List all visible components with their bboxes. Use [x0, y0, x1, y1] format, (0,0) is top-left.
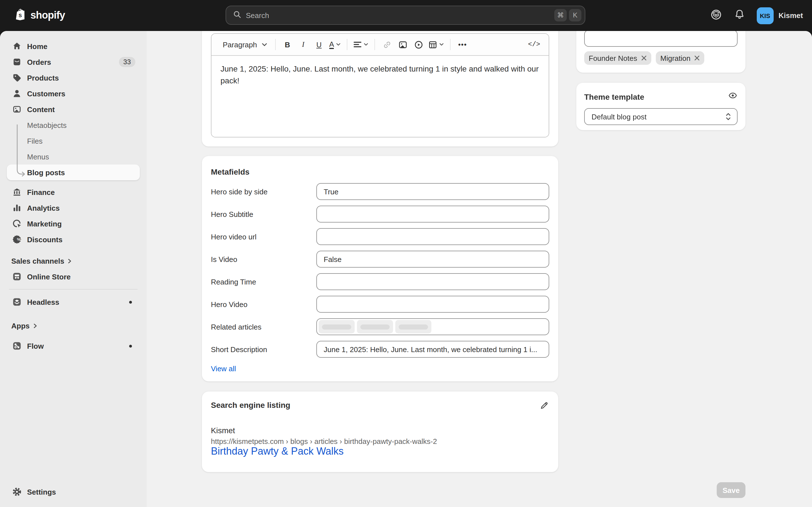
sidebar-item-analytics[interactable]: Analytics [7, 200, 140, 216]
tag-pill-migration: Migration [656, 51, 705, 65]
metafield-label: Related articles [211, 323, 316, 331]
text-color-button[interactable]: A [327, 37, 342, 52]
metafield-row-is-video: Is Video False [211, 251, 549, 268]
metafield-input[interactable] [316, 296, 549, 313]
insert-video-button[interactable] [411, 37, 426, 52]
show-html-button[interactable]: </> [526, 37, 542, 52]
chevron-down-icon [364, 43, 368, 46]
sidebar-settings-row: Settings [7, 484, 140, 500]
remove-tag-icon[interactable] [695, 55, 700, 61]
edit-pencil-icon[interactable] [540, 400, 549, 412]
search-icon [233, 10, 241, 20]
theme-template-title: Theme template [584, 92, 644, 101]
more-tools-button[interactable]: ••• [455, 37, 470, 52]
sidebar-item-orders[interactable]: Orders 33 [7, 54, 140, 70]
metafield-label: Reading Time [211, 277, 316, 286]
seo-page-title-link[interactable]: Birthday Pawty & Pack Walks [211, 446, 344, 457]
sidebar-item-flow[interactable]: Flow [7, 338, 140, 354]
chevron-right-icon [67, 258, 72, 263]
view-eye-icon[interactable] [728, 91, 738, 103]
chevron-right-icon [33, 323, 38, 328]
sales-channels-header[interactable]: Sales channels [7, 253, 140, 269]
settings-gear-icon [11, 486, 22, 497]
main-content: Paragraph B I U A [147, 31, 812, 507]
sidebar-item-marketing[interactable]: Marketing [7, 216, 140, 231]
metafield-row-hero-video: Hero Video [211, 296, 549, 313]
sidebar-item-customers[interactable]: Customers [7, 86, 140, 101]
paragraph-style-dropdown[interactable]: Paragraph [219, 37, 270, 52]
seo-breadcrumb-url: https://kismetpets.com › blogs › article… [211, 437, 549, 446]
discounts-percent-icon: % [11, 234, 22, 245]
store-name: Kismet [778, 11, 803, 20]
metafield-row-hero-side-by-side: Hero side by side True [211, 183, 549, 200]
sidebar-divider [9, 289, 138, 290]
metafield-input[interactable]: False [316, 251, 549, 268]
metafield-row-short-description: Short Description June 1, 2025: Hello, J… [211, 341, 549, 358]
insert-link-button[interactable] [380, 37, 395, 52]
shopify-logo[interactable]: S shopify [15, 0, 65, 31]
toolbar-divider [450, 39, 451, 50]
global-search-input[interactable]: Search ⌘ K [225, 6, 585, 25]
store-avatar: KIS [756, 7, 773, 24]
sidebar-item-finance[interactable]: Finance [7, 184, 140, 200]
marketing-target-icon [11, 218, 22, 229]
sidekick-icon[interactable] [710, 8, 722, 23]
metafield-input[interactable] [316, 228, 549, 245]
loading-skeleton [319, 320, 355, 334]
blog-content-card: Paragraph B I U A [202, 31, 558, 147]
products-tag-icon [11, 72, 22, 83]
analytics-bars-icon [11, 202, 22, 214]
rich-text-editor: Paragraph B I U A [211, 33, 549, 137]
theme-template-select[interactable]: Default blog post [584, 108, 738, 125]
toolbar-divider [375, 39, 375, 50]
apps-header[interactable]: Apps [7, 318, 140, 334]
alignment-dropdown[interactable] [352, 37, 370, 52]
content-blogposts-connector [16, 124, 28, 186]
home-icon [11, 41, 22, 52]
sidebar-item-headless[interactable]: Headless [7, 294, 140, 310]
tags-input[interactable] [584, 31, 738, 47]
account-menu[interactable]: KIS Kismet [756, 7, 803, 24]
view-all-link[interactable]: View all [211, 364, 236, 373]
sidebar-item-products[interactable]: Products [7, 70, 140, 86]
editor-toolbar: Paragraph B I U A [211, 34, 549, 56]
metafield-label: Hero Subtitle [211, 210, 316, 218]
sidebar-item-discounts[interactable]: % Discounts [7, 231, 140, 247]
tag-pill-founder-notes: Founder Notes [584, 51, 651, 65]
sidebar-item-online-store[interactable]: Online Store [7, 269, 140, 284]
insert-image-button[interactable] [396, 37, 410, 52]
content-image-icon [11, 104, 22, 115]
editor-text: June 1, 2025: Hello, June. Last month, w… [220, 63, 539, 87]
image-icon [399, 40, 407, 49]
italic-button[interactable]: I [296, 37, 310, 52]
sidebar-item-settings[interactable]: Settings [7, 484, 140, 500]
metafield-label: Short Description [211, 345, 316, 353]
metafield-label: Hero video url [211, 232, 316, 241]
seo-site-name: Kismet [211, 426, 549, 435]
shopify-admin: S shopify Search ⌘ K KIS Kismet [0, 0, 812, 507]
flow-app-icon [11, 340, 22, 351]
metafield-row-hero-video-url: Hero video url [211, 228, 549, 245]
bold-button[interactable]: B [280, 37, 295, 52]
underline-button[interactable]: U [312, 37, 326, 52]
save-button[interactable]: Save [717, 482, 746, 498]
metafield-input[interactable]: June 1, 2025: Hello, June. Last month, w… [316, 341, 549, 358]
sidebar-item-home[interactable]: Home [7, 38, 140, 54]
insert-table-dropdown[interactable] [427, 37, 446, 52]
online-store-icon [11, 271, 22, 282]
search-engine-listing-card: Search engine listing Kismet https://kis… [202, 392, 558, 472]
link-icon [383, 40, 391, 49]
notifications-bell-icon[interactable] [733, 8, 745, 22]
remove-tag-icon[interactable] [641, 55, 647, 61]
metafield-label: Hero side by side [211, 187, 316, 196]
metafield-input[interactable] [316, 206, 549, 223]
editor-content-area[interactable]: June 1, 2025: Hello, June. Last month, w… [211, 56, 549, 137]
align-left-icon [354, 41, 362, 48]
finance-bank-icon [11, 186, 22, 198]
metafield-input[interactable]: True [316, 183, 549, 200]
chevron-down-icon [261, 43, 267, 47]
metafield-input-loading[interactable] [316, 318, 549, 335]
sidebar-item-content[interactable]: Content [7, 101, 140, 117]
metafield-input[interactable] [316, 273, 549, 290]
metafield-label: Is Video [211, 255, 316, 263]
